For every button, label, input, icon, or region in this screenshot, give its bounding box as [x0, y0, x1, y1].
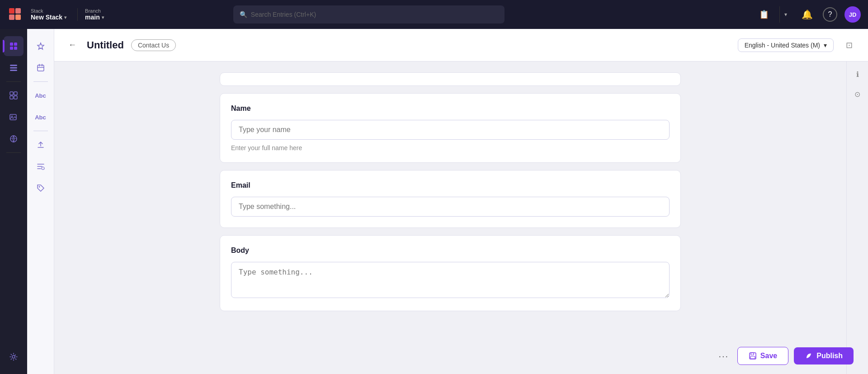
svg-rect-24	[750, 356, 755, 359]
second-sidebar: Abc Abc	[27, 29, 54, 374]
email-input[interactable]	[231, 197, 670, 217]
name-input[interactable]	[231, 120, 670, 140]
stack-label: Stack	[31, 8, 66, 14]
second-nav-text-2[interactable]: Abc	[31, 107, 51, 127]
form-top-partial-card	[220, 72, 681, 86]
form-inner: Name Enter your full name here Email Bod…	[202, 72, 699, 311]
main-content: Name Enter your full name here Email Bod…	[54, 62, 868, 374]
svg-point-17	[10, 136, 17, 142]
svg-point-16	[11, 116, 13, 117]
search-bar[interactable]: 🔍 Search Entries (Ctrl+K)	[233, 5, 505, 24]
document-icon[interactable]: 📋	[756, 6, 772, 23]
svg-rect-8	[10, 65, 17, 66]
right-panel-info-icon[interactable]: ℹ	[850, 67, 865, 81]
locale-chevron-icon: ▾	[824, 42, 827, 49]
content-type-badge[interactable]: Contact Us	[131, 39, 176, 51]
topbar-actions: 📋 ▾ 🔔 ? JD	[756, 6, 861, 23]
svg-point-25	[807, 355, 809, 357]
svg-rect-2	[9, 14, 14, 20]
svg-rect-12	[14, 92, 17, 95]
branch-label: Branch	[85, 8, 104, 14]
sidebar-item-dashboard[interactable]	[4, 36, 24, 56]
second-nav-favorites[interactable]	[31, 36, 51, 56]
email-field-label: Email	[231, 181, 670, 189]
more-options-button[interactable]: ···	[716, 348, 732, 364]
help-icon[interactable]: ?	[823, 7, 837, 22]
dropdown-icon[interactable]: ▾	[779, 6, 792, 23]
notification-icon[interactable]: 🔔	[799, 6, 816, 23]
content-header: ← Untitled Contact Us English - United S…	[54, 29, 868, 62]
back-button[interactable]: ←	[65, 38, 80, 52]
svg-rect-10	[10, 70, 17, 71]
fullscreen-button[interactable]: ⊡	[841, 37, 857, 53]
stack-selector[interactable]: Stack New Stack ▾	[31, 8, 66, 21]
svg-rect-3	[15, 14, 21, 20]
second-nav-releases[interactable]	[31, 58, 51, 78]
locale-label: English - United States (M)	[745, 42, 820, 49]
second-nav-text-1[interactable]: Abc	[31, 85, 51, 105]
branch-chevron-icon: ▾	[102, 15, 104, 20]
svg-point-21	[38, 186, 40, 188]
avatar[interactable]: JD	[844, 6, 861, 23]
branch-selector[interactable]: Branch main ▾	[77, 8, 104, 21]
name-field-hint: Enter your full name here	[231, 144, 670, 151]
publish-label: Publish	[816, 352, 843, 360]
second-nav-upload[interactable]	[31, 135, 51, 155]
svg-rect-11	[10, 92, 13, 95]
save-label: Save	[760, 352, 777, 360]
save-icon	[749, 352, 757, 360]
body-field-card: Body	[220, 235, 681, 311]
body-field-label: Body	[231, 246, 670, 255]
svg-point-18	[12, 355, 15, 358]
sidebar-item-entries[interactable]	[4, 58, 24, 78]
sidebar-item-assets[interactable]	[4, 107, 24, 127]
locale-selector[interactable]: English - United States (M) ▾	[738, 38, 834, 52]
svg-rect-14	[14, 96, 17, 99]
branch-name: main ▾	[85, 14, 104, 21]
page-title: Untitled	[87, 39, 124, 51]
search-icon: 🔍	[240, 11, 247, 18]
action-bar: ··· Save Publish	[701, 338, 868, 374]
main-sidebar	[0, 29, 27, 374]
svg-rect-1	[15, 8, 21, 14]
topbar: Stack New Stack ▾ Branch main ▾ 🔍 Search…	[0, 0, 868, 29]
publish-icon	[805, 352, 813, 360]
svg-rect-0	[9, 8, 14, 14]
svg-rect-19	[38, 65, 44, 71]
email-field-card: Email	[220, 170, 681, 228]
name-field-card: Name Enter your full name here	[220, 93, 681, 163]
sidebar-item-content-model[interactable]	[4, 85, 24, 105]
sidebar-item-settings[interactable]	[4, 347, 24, 367]
sidebar-item-localization[interactable]	[4, 129, 24, 149]
form-area: Name Enter your full name here Email Bod…	[54, 62, 846, 374]
stack-chevron-icon: ▾	[64, 15, 66, 20]
svg-rect-13	[10, 96, 13, 99]
stack-name: New Stack ▾	[31, 14, 66, 21]
app-logo[interactable]	[7, 6, 24, 23]
save-button[interactable]: Save	[737, 347, 788, 365]
second-nav-tag[interactable]	[31, 178, 51, 198]
right-panel-circle-icon[interactable]: ⊙	[850, 87, 865, 101]
svg-rect-7	[14, 47, 17, 50]
search-placeholder: Search Entries (Ctrl+K)	[251, 11, 316, 18]
svg-rect-9	[10, 67, 17, 69]
svg-rect-6	[10, 47, 13, 50]
svg-rect-5	[14, 43, 17, 46]
publish-button[interactable]: Publish	[794, 347, 854, 365]
svg-rect-4	[10, 43, 13, 46]
name-field-label: Name	[231, 104, 670, 113]
second-nav-text-editor[interactable]	[31, 156, 51, 176]
body-textarea[interactable]	[231, 262, 670, 298]
right-panel: ℹ ⊙	[846, 62, 868, 374]
svg-point-20	[42, 167, 44, 170]
